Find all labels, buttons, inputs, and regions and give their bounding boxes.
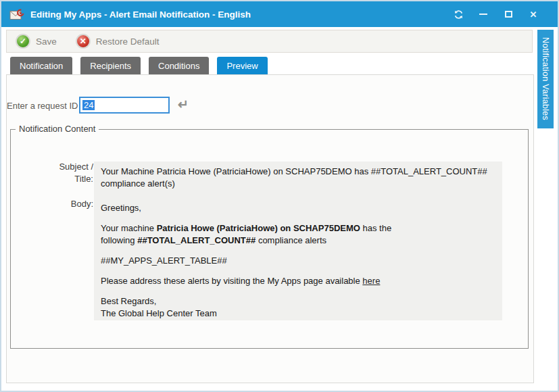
body-text: Please address these alerts by visiting … [101, 276, 362, 286]
body-text: Your machine [101, 223, 157, 233]
body-value: Greetings, Your machine Patricia Howe (P… [94, 194, 502, 320]
minimize-icon [479, 14, 487, 15]
tab-bar: Notification Recipients Conditions Previ… [10, 57, 268, 74]
body-label: Body: [31, 198, 93, 210]
body-cta: Please address these alerts by visiting … [101, 275, 495, 287]
tab-conditions-label: Conditions [158, 61, 199, 71]
request-id-selected-text: 24 [82, 100, 95, 110]
request-id-label: Enter a request ID t [7, 101, 83, 111]
tab-notification-label: Notification [20, 61, 63, 71]
refresh-button[interactable] [453, 9, 464, 20]
maximize-icon [505, 11, 512, 18]
notification-variables-tab[interactable]: Notification Variables [537, 30, 554, 128]
window: Editing My Apps - Alert Email Notificati… [0, 0, 559, 392]
maximize-button[interactable] [503, 9, 514, 20]
restore-default-button[interactable]: ✕ Restore Default [76, 34, 160, 49]
request-id-input[interactable]: 24 [79, 97, 170, 114]
titlebar: Editing My Apps - Alert Email Notificati… [1, 1, 558, 27]
subject-label-line2: Title: [31, 173, 93, 185]
tab-preview[interactable]: Preview [217, 57, 267, 74]
here-link[interactable]: here [362, 276, 380, 286]
tab-notification[interactable]: Notification [10, 57, 72, 74]
return-key-icon[interactable]: ↵ [178, 97, 189, 112]
tab-preview-label: Preview [226, 61, 258, 71]
body-signoff-line2: The Global Help Center Team [101, 308, 495, 320]
body-paragraph-machine: Your machine Patricia Howe (PatriciaHowe… [101, 222, 495, 247]
body-text: has the [360, 223, 391, 233]
body-machine-line1: Your machine Patricia Howe (PatriciaHowe… [101, 222, 495, 235]
toolbar: ✓ Save ✕ Restore Default [6, 30, 533, 53]
body-machine-line2: following ##TOTAL_ALERT_COUNT## complian… [101, 235, 495, 247]
body-text: following [101, 235, 137, 245]
minimize-button[interactable] [478, 9, 489, 20]
save-button[interactable]: ✓ Save [16, 34, 57, 49]
app-envelope-icon [9, 9, 24, 20]
body-alert-table-variable: ##MY_APPS_ALERT_TABLE## [101, 255, 495, 267]
close-button[interactable]: ✕ [528, 9, 539, 20]
subject-title-label: Subject / Title: [31, 161, 93, 185]
restore-default-button-label: Restore Default [96, 36, 160, 47]
body-signoff: Best Regards, The Global Help Center Tea… [101, 295, 495, 320]
save-check-icon: ✓ [16, 34, 30, 49]
notification-content-group: Notification Content Subject / Title: Yo… [10, 129, 529, 349]
tab-conditions[interactable]: Conditions [149, 57, 209, 74]
body-text: compliance alerts [256, 235, 326, 245]
restore-x-icon: ✕ [76, 34, 91, 49]
close-icon: ✕ [530, 9, 537, 20]
window-controls: ✕ [453, 9, 550, 20]
body-greeting: Greetings, [101, 202, 495, 214]
subject-value: Your Machine Patricia Howe (PatriciaHowe… [94, 162, 502, 194]
body-alert-count-variable: ##TOTAL_ALERT_COUNT## [137, 235, 256, 245]
tab-recipients-label: Recipients [90, 61, 131, 71]
window-title: Editing My Apps - Alert Email Notificati… [30, 9, 251, 20]
body-machine-name: Patricia Howe (PatriciaHowe) on SCHAP75D… [157, 223, 360, 233]
refresh-icon [454, 9, 464, 20]
notification-content-legend: Notification Content [16, 124, 99, 134]
tab-recipients[interactable]: Recipients [80, 57, 141, 74]
body-signoff-line1: Best Regards, [101, 295, 495, 308]
subject-label-line1: Subject / [31, 161, 93, 173]
save-button-label: Save [36, 36, 57, 47]
